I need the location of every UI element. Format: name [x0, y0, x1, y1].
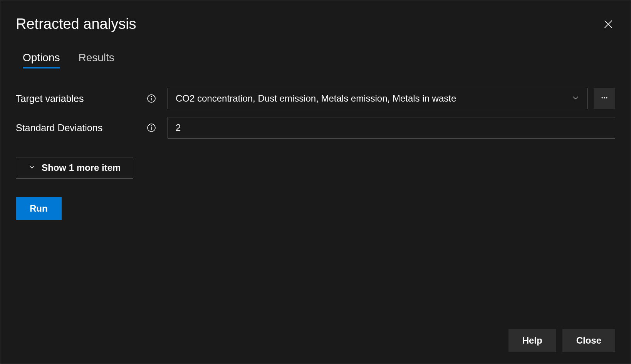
svg-point-7 [606, 97, 607, 98]
svg-point-6 [604, 97, 605, 98]
chevron-down-icon [572, 94, 579, 103]
close-icon[interactable] [601, 17, 615, 31]
tabs: Options Results [16, 52, 615, 68]
target-variables-value: CO2 concentration, Dust emission, Metals… [176, 93, 456, 104]
standard-deviations-label: Standard Deviations [16, 122, 147, 134]
form-row-target-variables: Target variables CO2 concentration, Dust… [16, 88, 615, 109]
analysis-dialog: Retracted analysis Options Results Targe… [0, 0, 631, 364]
dialog-header: Retracted analysis [16, 16, 615, 32]
dialog-footer: Help Close [508, 329, 615, 352]
form-row-standard-deviations: Standard Deviations [16, 117, 615, 139]
info-icon[interactable] [147, 94, 156, 103]
ellipsis-icon [601, 94, 608, 103]
chevron-down-icon [29, 164, 35, 172]
target-variables-select-wrapper: CO2 concentration, Dust emission, Metals… [168, 88, 615, 109]
svg-point-4 [151, 96, 152, 97]
svg-point-5 [602, 97, 603, 98]
dialog-title: Retracted analysis [16, 16, 136, 32]
info-icon[interactable] [147, 123, 156, 132]
tab-results[interactable]: Results [79, 52, 114, 68]
more-options-button[interactable] [594, 88, 615, 109]
target-variables-select[interactable]: CO2 concentration, Dust emission, Metals… [168, 88, 587, 109]
tab-options[interactable]: Options [23, 52, 60, 68]
target-variables-label: Target variables [16, 93, 147, 104]
standard-deviations-input[interactable] [168, 117, 615, 139]
svg-point-10 [151, 125, 152, 126]
help-button[interactable]: Help [508, 329, 556, 352]
show-more-label: Show 1 more item [42, 162, 121, 173]
close-button[interactable]: Close [562, 329, 615, 352]
run-button[interactable]: Run [16, 197, 62, 220]
show-more-button[interactable]: Show 1 more item [16, 157, 133, 179]
